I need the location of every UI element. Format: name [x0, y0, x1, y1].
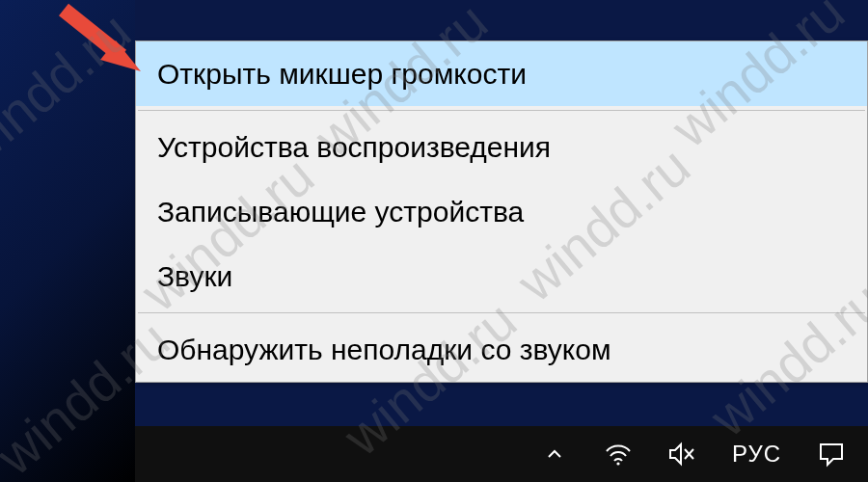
notification-icon	[817, 440, 846, 469]
menu-item-label: Открыть микшер громкости	[157, 58, 527, 90]
action-center-icon[interactable]	[814, 437, 849, 471]
menu-item-recording-devices[interactable]: Записывающие устройства	[136, 179, 867, 244]
menu-item-label: Обнаружить неполадки со звуком	[157, 334, 611, 365]
language-indicator[interactable]: РУС	[728, 441, 785, 468]
language-label: РУС	[732, 441, 781, 467]
menu-item-sounds[interactable]: Звуки	[136, 244, 867, 308]
chevron-up-icon	[545, 444, 564, 464]
menu-item-playback-devices[interactable]: Устройства воспроизведения	[136, 115, 867, 179]
menu-item-troubleshoot-sound[interactable]: Обнаружить неполадки со звуком	[136, 317, 867, 382]
menu-item-label: Записывающие устройства	[157, 196, 524, 228]
svg-point-0	[616, 462, 619, 465]
wifi-tray-icon[interactable]	[601, 437, 636, 471]
menu-item-label: Устройства воспроизведения	[157, 131, 551, 163]
taskbar: РУС	[135, 426, 868, 482]
volume-tray-icon[interactable]	[665, 437, 699, 471]
menu-separator	[138, 312, 865, 313]
menu-separator	[138, 110, 865, 111]
wifi-icon	[604, 440, 633, 469]
menu-item-label: Звуки	[157, 260, 232, 292]
volume-context-menu: Открыть микшер громкости Устройства восп…	[135, 40, 868, 383]
show-hidden-icons[interactable]	[537, 437, 572, 471]
menu-item-open-volume-mixer[interactable]: Открыть микшер громкости	[136, 41, 867, 106]
speaker-muted-icon	[666, 439, 697, 469]
desktop-background	[0, 0, 135, 482]
